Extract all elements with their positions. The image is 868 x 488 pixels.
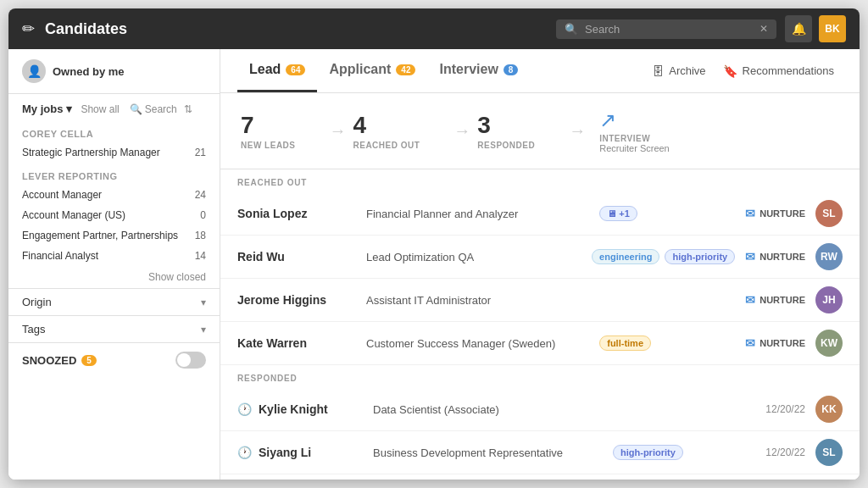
stat-separator-2: →	[453, 121, 470, 141]
tags-area: 🖥 +1	[599, 206, 735, 221]
owned-by-filter[interactable]: 👤 Owned by me	[8, 49, 220, 94]
tab-bar: Lead 64 Applicant 42 Interview 8 🗄 Archi…	[220, 49, 860, 93]
candidate-list: REACHED OUT Sonia Lopez Financial Planne…	[220, 169, 860, 480]
table-row[interactable]: 🕐 Kylie Knight Data Scientist (Associate…	[220, 388, 860, 431]
candidate-name: Kate Warren	[237, 336, 356, 350]
candidate-name: Jerome Higgins	[237, 293, 356, 307]
table-row[interactable]: 🕐 Siyang Li Business Development Represe…	[220, 431, 860, 474]
table-row[interactable]: Reid Wu Lead Optimization QA engineering…	[220, 236, 860, 279]
candidate-role: Financial Planner and Analyzer	[366, 208, 589, 220]
reached-out-header: REACHED OUT	[220, 169, 860, 192]
show-all-link[interactable]: Show all	[81, 103, 119, 115]
avatar: JH	[815, 286, 843, 313]
tags-area: high-priority	[613, 445, 748, 460]
archive-icon: 🗄	[652, 64, 664, 78]
sort-icon[interactable]: ⇅	[184, 103, 192, 115]
candidate-name-with-clock: 🕐 Siyang Li	[237, 446, 363, 459]
date-label: 12/20/22	[759, 403, 805, 415]
sidebar-item-account-manager[interactable]: Account Manager 24	[8, 185, 220, 205]
table-row[interactable]: Sonia Lopez Financial Planner and Analyz…	[220, 192, 860, 236]
candidate-name: Siyang Li	[259, 446, 311, 459]
tag: full-time	[599, 336, 651, 351]
archive-action[interactable]: 🗄 Archive	[643, 64, 714, 78]
show-closed-link[interactable]: Show closed	[8, 266, 220, 288]
candidate-role: Business Development Representative	[373, 446, 603, 459]
clock-icon: 🕐	[237, 402, 252, 416]
candidate-role: Customer Success Manager (Sweden)	[366, 337, 589, 350]
toggle-knob	[177, 353, 191, 367]
app-body: 👤 Owned by me My jobs ▾ Show all 🔍 Searc…	[8, 49, 860, 480]
envelope-icon: ✉	[745, 207, 755, 220]
stat-responded: 3 RESPONDED	[477, 112, 562, 150]
candidate-role: Assistant IT Administrator	[366, 294, 589, 307]
candidate-role: Lead Optimization QA	[366, 251, 581, 263]
avatar: SL	[815, 439, 843, 466]
avatar: SL	[815, 200, 843, 227]
date-label: 12/20/22	[759, 446, 805, 458]
page-title: Candidates	[45, 20, 556, 38]
nurture-button[interactable]: ✉ NURTURE	[745, 293, 805, 307]
avatar: KK	[815, 396, 843, 423]
my-jobs-dropdown[interactable]: My jobs ▾	[22, 103, 72, 115]
envelope-icon: ✉	[745, 336, 755, 350]
tag: engineering	[592, 249, 659, 264]
stat-separator-1: →	[330, 121, 347, 141]
my-jobs-row: My jobs ▾ Show all 🔍 Search ⇅	[8, 94, 220, 120]
snoozed-toggle[interactable]	[175, 352, 206, 369]
candidate-name: Kylie Knight	[259, 402, 328, 416]
recommendations-action[interactable]: 🔖 Recommendations	[715, 64, 843, 78]
sidebar-item-strategic-partnership[interactable]: Strategic Partnership Manager 21	[8, 142, 220, 163]
tag: high-priority	[613, 445, 683, 460]
clear-search-icon[interactable]: ✕	[760, 23, 768, 35]
bookmark-icon: 🔖	[723, 64, 737, 78]
candidate-name: Reid Wu	[237, 250, 356, 263]
nurture-button[interactable]: ✉ NURTURE	[745, 250, 805, 263]
avatar: KW	[815, 330, 843, 357]
candidate-role: Data Scientist (Associate)	[373, 403, 603, 416]
origin-filter[interactable]: Origin ▾	[8, 288, 220, 315]
tags-area: engineering high-priority	[592, 249, 735, 264]
snoozed-badge: 5	[81, 355, 97, 366]
sidebar-item-financial-analyst[interactable]: Financial Analyst 14	[8, 246, 220, 266]
stat-interview: ↗ INTERVIEW Recruiter Screen	[593, 108, 670, 153]
stats-bar: 7 NEW LEADS → 4 REACHED OUT → 3 RESPONDE…	[220, 93, 860, 169]
main-content: Lead 64 Applicant 42 Interview 8 🗄 Archi…	[220, 49, 860, 480]
user-avatar-button[interactable]: BK	[819, 15, 846, 42]
table-row[interactable]: Kate Warren Customer Success Manager (Sw…	[220, 322, 860, 365]
section-lever-reporting: LEVER REPORTING	[8, 163, 220, 185]
sidebar: 👤 Owned by me My jobs ▾ Show all 🔍 Searc…	[8, 49, 220, 480]
section-corey-cella: COREY CELLA	[8, 120, 220, 142]
envelope-icon: ✉	[745, 293, 755, 307]
envelope-icon: ✉	[745, 250, 755, 263]
sidebar-search-link[interactable]: 🔍 Search	[130, 103, 177, 115]
clock-icon: 🕐	[237, 446, 252, 459]
tag: 🖥 +1	[599, 206, 637, 221]
tab-interview[interactable]: Interview 8	[427, 49, 530, 92]
global-search-bar[interactable]: 🔍 ✕	[556, 19, 776, 39]
candidate-name-with-clock: 🕐 Kylie Knight	[237, 402, 363, 416]
tab-lead[interactable]: Lead 64	[237, 49, 317, 92]
lead-badge: 64	[286, 64, 305, 75]
notifications-button[interactable]: 🔔	[785, 15, 812, 42]
search-icon: 🔍	[565, 23, 578, 36]
table-row[interactable]: Jerome Higgins Assistant IT Administrato…	[220, 279, 860, 322]
snoozed-toggle-row: SNOOZED 5	[8, 342, 220, 377]
search-input[interactable]	[585, 23, 753, 36]
candidate-name: Sonia Lopez	[237, 207, 356, 220]
applicant-badge: 42	[396, 64, 415, 75]
sidebar-item-account-manager-us[interactable]: Account Manager (US) 0	[8, 205, 220, 225]
interview-badge: 8	[504, 64, 519, 75]
tag: high-priority	[665, 249, 735, 264]
origin-chevron-icon: ▾	[201, 297, 206, 308]
responded-header: RESPONDED	[220, 365, 860, 388]
header-actions: 🔔 BK	[785, 15, 846, 42]
search-small-icon: 🔍	[130, 103, 142, 115]
nurture-button[interactable]: ✉ NURTURE	[745, 336, 805, 350]
tags-filter[interactable]: Tags ▾	[8, 315, 220, 342]
sidebar-item-engagement-partner[interactable]: Engagement Partner, Partnerships 18	[8, 225, 220, 246]
table-row[interactable]: 🕐 Matt Costa Financial Planner and Analy…	[220, 474, 860, 480]
stat-new-leads: 7 NEW LEADS	[241, 112, 323, 150]
nurture-button[interactable]: ✉ NURTURE	[745, 207, 805, 220]
stat-separator-3: →	[569, 121, 586, 141]
tab-applicant[interactable]: Applicant 42	[317, 49, 427, 92]
